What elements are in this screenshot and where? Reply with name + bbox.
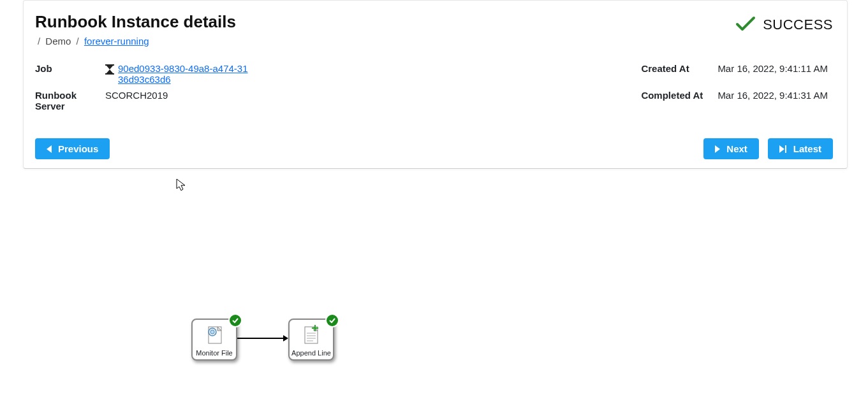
details-left: Job 90ed0933-9830-49a8-a474-3136d93c63d6… (35, 61, 257, 114)
status-check-icon (228, 313, 242, 327)
next-button[interactable]: Next (703, 138, 759, 159)
check-icon (735, 15, 756, 34)
svg-rect-5 (785, 145, 786, 153)
svg-marker-18 (177, 179, 185, 190)
completed-value: Mar 16, 2022, 9:41:31 AM (717, 87, 833, 114)
append-line-icon (302, 320, 321, 349)
created-label: Created At (641, 61, 717, 87)
previous-button[interactable]: Previous (35, 138, 110, 159)
activity-monitor-file[interactable]: Monitor File (191, 319, 237, 361)
latest-button[interactable]: Latest (768, 138, 833, 159)
details-card: Runbook Instance details / Demo / foreve… (23, 0, 848, 169)
title-block: Runbook Instance details / Demo / foreve… (35, 12, 236, 47)
breadcrumb: / Demo / forever-running (35, 36, 236, 47)
details-row: Job 90ed0933-9830-49a8-a474-3136d93c63d6… (35, 61, 833, 114)
svg-rect-0 (105, 64, 114, 66)
completed-label: Completed At (641, 87, 717, 114)
status-check-icon (325, 313, 339, 327)
svg-point-9 (210, 330, 214, 334)
details-right: Created At Mar 16, 2022, 9:41:11 AM Comp… (641, 61, 833, 114)
breadcrumb-item-demo: Demo (45, 36, 71, 47)
card-header: Runbook Instance details / Demo / foreve… (35, 12, 833, 47)
arrow-left-icon (47, 145, 52, 153)
svg-rect-1 (105, 73, 114, 75)
connector-arrow-icon (283, 335, 288, 341)
next-label: Next (726, 143, 747, 154)
breadcrumb-sep: / (77, 36, 79, 47)
arrow-right-icon (715, 145, 720, 153)
job-label: Job (35, 61, 105, 87)
status-badge: SUCCESS (735, 15, 833, 34)
created-value: Mar 16, 2022, 9:41:11 AM (717, 61, 833, 87)
page-title: Runbook Instance details (35, 12, 236, 32)
breadcrumb-sep: / (38, 36, 40, 47)
monitor-file-icon (205, 320, 224, 349)
status-text: SUCCESS (763, 17, 833, 33)
svg-marker-4 (779, 145, 784, 153)
breadcrumb-item-runbook[interactable]: forever-running (84, 36, 149, 47)
cursor-icon (176, 178, 186, 193)
button-row: Previous Next Latest (35, 138, 833, 159)
activity-label: Monitor File (196, 349, 232, 357)
connector-line (237, 338, 283, 339)
previous-label: Previous (58, 143, 98, 154)
activity-label: Append Line (291, 349, 331, 357)
svg-rect-17 (314, 325, 316, 331)
job-id-link[interactable]: 90ed0933-9830-49a8-a474-3136d93c63d6 (118, 63, 252, 85)
server-label: Runbook Server (35, 87, 105, 114)
latest-label: Latest (793, 143, 821, 154)
svg-marker-3 (715, 145, 720, 153)
skip-forward-icon (779, 145, 787, 153)
hourglass-icon (105, 64, 114, 76)
svg-marker-2 (47, 145, 52, 153)
server-value: SCORCH2019 (105, 87, 257, 114)
activity-append-line[interactable]: Append Line (288, 319, 334, 361)
